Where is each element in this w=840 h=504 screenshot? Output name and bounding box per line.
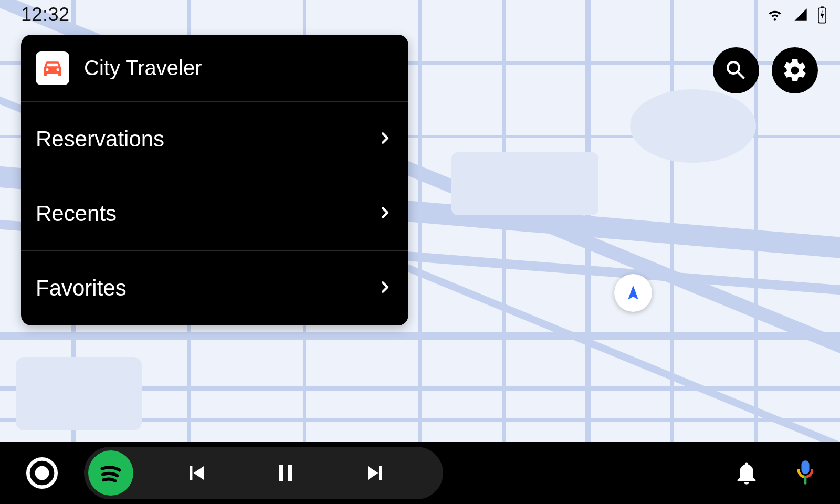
search-icon <box>723 58 749 83</box>
svg-point-18 <box>630 89 756 163</box>
next-track-button[interactable] <box>333 449 417 497</box>
current-location-marker <box>614 274 652 312</box>
svg-point-24 <box>35 466 49 480</box>
media-controls <box>84 447 443 499</box>
bottom-bar <box>0 442 840 504</box>
previous-track-button[interactable] <box>154 449 238 497</box>
panel-header: City Traveler <box>21 35 408 102</box>
svg-rect-20 <box>16 357 142 430</box>
spotify-icon <box>93 456 128 490</box>
navigation-arrow-icon <box>624 284 642 302</box>
status-time: 12:32 <box>21 4 70 26</box>
screen-root: 12:32 City Trav <box>0 0 840 504</box>
chevron-right-icon <box>377 279 393 297</box>
play-pause-button[interactable] <box>244 449 328 497</box>
panel-title: City Traveler <box>84 56 202 80</box>
pause-icon <box>272 459 299 487</box>
gear-icon <box>781 57 808 84</box>
app-icon <box>36 51 69 85</box>
notifications-button[interactable] <box>733 459 760 487</box>
search-button[interactable] <box>713 47 759 93</box>
voice-assistant-button[interactable] <box>792 458 819 488</box>
chevron-right-icon <box>377 205 393 223</box>
settings-button[interactable] <box>772 47 818 93</box>
chevron-right-icon <box>377 130 393 148</box>
status-icons <box>765 6 827 24</box>
floating-action-row <box>713 47 818 93</box>
car-icon <box>41 57 64 80</box>
media-app-button[interactable] <box>88 450 133 496</box>
bell-icon <box>733 459 760 487</box>
circle-icon <box>25 456 59 490</box>
menu-item-reservations[interactable]: Reservations <box>21 102 408 176</box>
svg-rect-19 <box>452 152 598 215</box>
skip-previous-icon <box>183 459 210 487</box>
home-button[interactable] <box>21 452 63 494</box>
bottom-bar-right <box>733 458 819 488</box>
menu-item-label: Reservations <box>36 127 164 152</box>
google-mic-icon <box>792 458 819 488</box>
wifi-icon <box>765 7 784 22</box>
battery-charging-icon <box>817 6 827 24</box>
menu-item-label: Recents <box>36 201 117 226</box>
status-bar: 12:32 <box>0 0 840 29</box>
svg-rect-22 <box>821 6 824 8</box>
cellular-signal-icon <box>792 7 810 22</box>
menu-item-label: Favorites <box>36 276 127 301</box>
menu-item-favorites[interactable]: Favorites <box>21 251 408 326</box>
side-panel: City Traveler Reservations Recents Favor… <box>21 35 408 326</box>
menu-item-recents[interactable]: Recents <box>21 176 408 251</box>
skip-next-icon <box>361 459 388 487</box>
